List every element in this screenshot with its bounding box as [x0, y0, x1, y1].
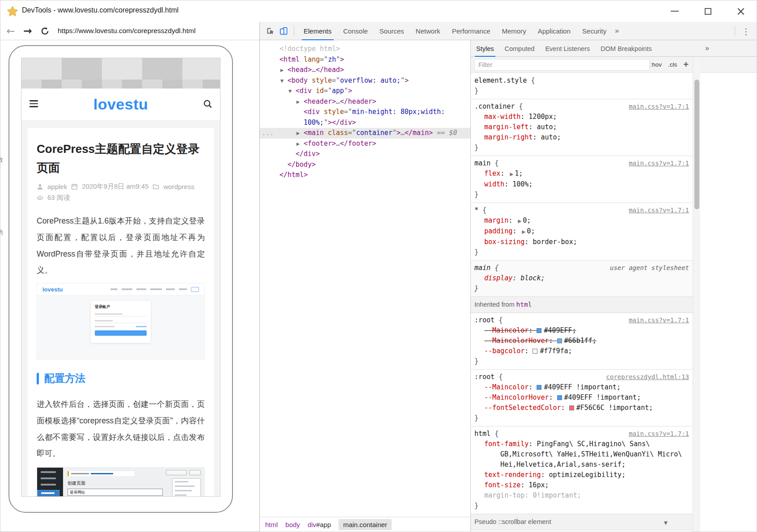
tab-network[interactable]: Network: [410, 22, 446, 40]
dom-tree-node[interactable]: </div>: [260, 149, 470, 160]
scrollbar-thumb[interactable]: [694, 80, 699, 209]
css-rule-::-webkit-scrollbar[interactable]: ::-webkit-scrollbar {main.css?v=1.7:1: [471, 530, 693, 532]
inspect-element-icon[interactable]: [263, 24, 277, 38]
tab-performance[interactable]: Performance: [446, 22, 496, 40]
dom-tree-node[interactable]: </html>: [260, 170, 470, 181]
css-selector[interactable]: .container: [474, 102, 515, 110]
expand-arrow-icon[interactable]: ▶: [280, 65, 283, 76]
breadcrumb-body[interactable]: body: [285, 521, 300, 528]
styles-scrollbar[interactable]: [693, 57, 700, 532]
expand-shorthand-icon[interactable]: ▶: [516, 218, 523, 224]
tabs-overflow-chevron[interactable]: »: [612, 27, 622, 35]
css-rule-html[interactable]: html {main.css?v=1.7:1font-family: PingF…: [471, 426, 693, 514]
sidebar-tab-event-listeners[interactable]: Event Listeners: [540, 40, 595, 57]
stylesheet-link[interactable]: main.css?v=1.7:1: [629, 429, 689, 439]
css-rule-*[interactable]: * {main.css?v=1.7:1margin: ▶0;padding: ▶…: [471, 203, 693, 261]
close-button[interactable]: ×: [736, 6, 746, 16]
css-selector[interactable]: :root: [474, 373, 495, 381]
dom-tree-node[interactable]: 100%;"></div>: [260, 118, 470, 128]
css-property-display[interactable]: display: block;: [474, 273, 689, 283]
device-toolbar-icon[interactable]: [277, 24, 290, 38]
styles-filter-input[interactable]: [474, 59, 650, 71]
tab-elements[interactable]: Elements: [298, 22, 338, 40]
css-property-font-size[interactable]: font-size: 16px;: [474, 480, 689, 490]
dom-tree-node[interactable]: ▼<div id="app">: [260, 86, 470, 97]
inherited-node-link[interactable]: html: [516, 301, 532, 308]
dom-tree-node[interactable]: ▶<header>…</header>: [260, 97, 470, 107]
site-logo[interactable]: lovestu: [93, 96, 148, 113]
css-selector[interactable]: main: [474, 159, 491, 167]
collapse-arrow-icon[interactable]: ▼: [288, 86, 292, 97]
article-category[interactable]: wordpress: [163, 183, 194, 190]
css-property-maincolor[interactable]: --Maincolor: #409EFF;: [474, 325, 689, 336]
toggle-class-button[interactable]: .cls: [668, 61, 677, 68]
expand-shorthand-icon[interactable]: ▶: [520, 229, 527, 234]
forward-button[interactable]: →: [21, 24, 34, 38]
dom-tree-node[interactable]: ▼<body style="overflow: auto;">: [260, 76, 470, 86]
stylesheet-link[interactable]: main.css?v=1.7:1: [629, 315, 689, 325]
tab-console[interactable]: Console: [338, 22, 374, 40]
article-author[interactable]: applek: [47, 183, 67, 190]
css-property-margin-left[interactable]: margin-left: auto;: [474, 122, 689, 132]
breadcrumb-html[interactable]: html: [265, 521, 278, 528]
dom-tree-node[interactable]: ▶<head>…</head>: [260, 65, 470, 76]
color-swatch[interactable]: [537, 328, 541, 333]
css-rule-:root[interactable]: :root {main.css?v=1.7:1--Maincolor: #409…: [471, 313, 693, 370]
css-property-maincolor[interactable]: --Maincolor: #409EFF !important;: [474, 382, 689, 393]
css-property-margin-right[interactable]: margin-right: auto;: [474, 132, 689, 143]
dom-tree-node-selected[interactable]: ...▶<main class="container">…</main> == …: [260, 128, 470, 139]
color-swatch[interactable]: [557, 338, 562, 343]
css-property-max-width[interactable]: max-width: 1200px;: [474, 112, 689, 122]
tab-sources[interactable]: Sources: [374, 22, 410, 40]
sidebar-tab-dom-breakpoints[interactable]: DOM Breakpoints: [595, 40, 657, 57]
minimize-button[interactable]: [670, 6, 680, 16]
css-selector[interactable]: *: [474, 206, 478, 214]
css-property-maincolorhover[interactable]: --MaincolorHover: #66b1ff;: [474, 336, 689, 346]
css-property-padding[interactable]: padding: ▶0;: [474, 226, 689, 237]
css-rule-main[interactable]: main {user agent stylesheetdisplay: bloc…: [471, 261, 693, 297]
new-style-rule-button[interactable]: +: [683, 59, 689, 70]
css-selector[interactable]: :root: [474, 316, 495, 324]
css-rule-main[interactable]: main {main.css?v=1.7:1flex: ▶1;width: 10…: [471, 156, 693, 203]
menu-hamburger-icon[interactable]: [30, 100, 38, 107]
tab-memory[interactable]: Memory: [496, 22, 532, 40]
css-property-font-family[interactable]: font-family: PingFang\ SC,Hiragino\ Sans…: [474, 439, 689, 470]
node-more-actions[interactable]: ...: [262, 128, 274, 139]
css-property-margin-top[interactable]: margin-top: 0!important;: [474, 490, 689, 501]
stylesheet-link[interactable]: main.css?v=1.7:1: [629, 158, 689, 169]
dom-tree-node[interactable]: <!doctype html>: [260, 44, 470, 55]
color-swatch[interactable]: [569, 405, 574, 410]
tab-application[interactable]: Application: [532, 22, 576, 40]
dom-tree-node[interactable]: <div style="min-height: 80px;width:: [260, 107, 470, 118]
sidebar-overflow-chevron[interactable]: »: [705, 44, 709, 52]
dom-tree-node[interactable]: </body>: [260, 160, 470, 170]
sidebar-tab-styles[interactable]: Styles: [471, 40, 499, 57]
collapse-arrow-icon[interactable]: ▼: [280, 76, 283, 86]
back-button[interactable]: ←: [4, 24, 17, 38]
css-property-margin[interactable]: margin: ▶0;: [474, 215, 689, 226]
css-property-maincolorhover[interactable]: --MaincolorHover: #409EFF !important;: [474, 393, 689, 403]
expand-shorthand-icon[interactable]: ▶: [508, 171, 515, 177]
maximize-button[interactable]: [703, 6, 713, 16]
css-rule-.container[interactable]: .container {main.css?v=1.7:1max-width: 1…: [471, 99, 693, 156]
breadcrumb-div-app[interactable]: div#app: [308, 521, 331, 528]
dom-tree-node[interactable]: ▶<footer>…</footer>: [260, 139, 470, 149]
css-selector[interactable]: main: [474, 264, 491, 272]
color-swatch[interactable]: [537, 385, 541, 390]
css-property-box-sizing[interactable]: box-sizing: border-box;: [474, 237, 689, 247]
refresh-button[interactable]: [38, 24, 51, 38]
css-selector[interactable]: element.style: [474, 76, 527, 84]
color-swatch[interactable]: [557, 395, 562, 400]
toggle-element-state-button[interactable]: :hov: [651, 61, 662, 68]
css-property-bagcolor[interactable]: --bagcolor: #f7f9fa;: [474, 346, 689, 356]
tab-security[interactable]: Security: [576, 22, 612, 40]
color-swatch[interactable]: [533, 349, 537, 354]
css-property-text-rendering[interactable]: text-rendering: optimizeLegibility;: [474, 470, 689, 480]
expand-arrow-icon[interactable]: ▶: [296, 128, 300, 139]
breadcrumb-main-container[interactable]: main.container: [338, 519, 391, 530]
css-property-fontselectedcolor[interactable]: --fontSelectedColor: #F56C6C !important;: [474, 403, 689, 413]
dom-tree-node[interactable]: <html lang="zh">: [260, 55, 470, 65]
expand-arrow-icon[interactable]: ▶: [296, 97, 300, 107]
css-rule-element.style[interactable]: element.style {}: [471, 73, 693, 99]
sidebar-tab-computed[interactable]: Computed: [499, 40, 540, 57]
